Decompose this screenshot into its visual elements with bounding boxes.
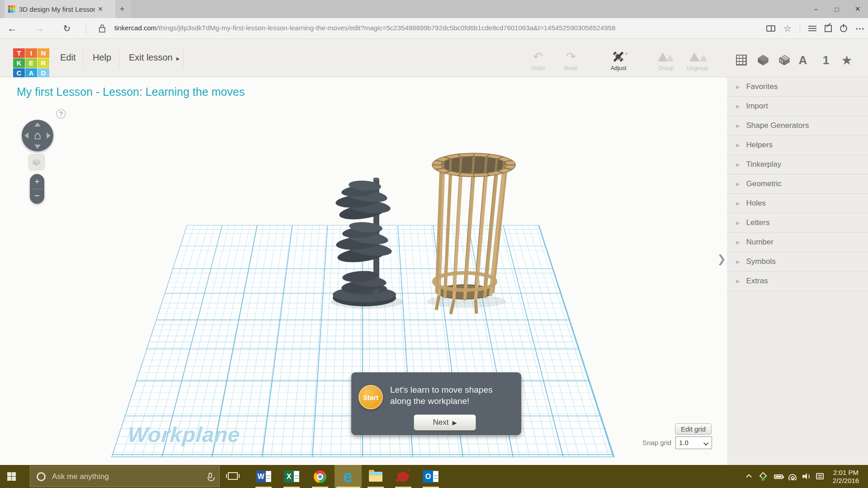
solid-cube-icon[interactable] bbox=[755, 52, 771, 68]
new-tab-button[interactable]: + bbox=[117, 4, 127, 14]
rotate-down-icon[interactable] bbox=[34, 145, 41, 149]
sidebar-item-letters[interactable]: ▶Letters bbox=[727, 213, 868, 233]
start-button[interactable] bbox=[7, 472, 16, 481]
hole-cube-icon[interactable] bbox=[776, 52, 793, 68]
next-button-label: Next bbox=[433, 418, 449, 427]
battery-icon[interactable] bbox=[774, 474, 783, 479]
sidebar-item-label: Number bbox=[746, 238, 773, 247]
redo-button[interactable]: ↷ Redo bbox=[557, 50, 585, 71]
reading-view-icon[interactable] bbox=[766, 25, 775, 32]
ink-splat-icon bbox=[396, 470, 410, 483]
web-note-icon[interactable] bbox=[825, 25, 832, 32]
sidebar-collapse-chevron[interactable]: ❯ bbox=[716, 245, 727, 272]
tinkercad-header: T I N K E R C A D Edit Help Exit lesson►… bbox=[0, 39, 868, 77]
share-icon[interactable] bbox=[840, 25, 847, 32]
shapes-grid-icon[interactable] bbox=[733, 52, 750, 68]
volume-icon[interactable] bbox=[802, 473, 811, 480]
logo-tile: E bbox=[25, 58, 37, 68]
menu-help[interactable]: Help bbox=[93, 52, 111, 63]
sidebar-item-holes[interactable]: ▶Holes bbox=[727, 194, 868, 213]
wifi-icon[interactable] bbox=[788, 474, 798, 480]
excel-icon: X bbox=[284, 470, 299, 483]
snap-grid-select[interactable]: 1.0 bbox=[675, 436, 712, 449]
ungroup-button[interactable]: Ungroup bbox=[683, 50, 712, 71]
sidebar-item-shape-generators[interactable]: ▶Shape Generators bbox=[727, 116, 868, 136]
expand-arrow-icon: ▶ bbox=[736, 220, 740, 226]
menu-exit-lesson[interactable]: Exit lesson► bbox=[129, 52, 181, 63]
sidebar-item-helpers[interactable]: ▶Helpers bbox=[727, 136, 868, 155]
taskbar-outlook[interactable]: O bbox=[419, 465, 443, 488]
sidebar-item-import[interactable]: ▶Import bbox=[727, 97, 868, 116]
address-bar: ← → ↻ tinkercad.com/things/j8p3sdkTdMg-m… bbox=[0, 18, 868, 39]
taskbar-excel[interactable]: X bbox=[280, 465, 303, 488]
excel-letter: X bbox=[284, 470, 294, 483]
taskbar-clock[interactable]: 2:01 PM 2/2/2016 bbox=[827, 469, 864, 485]
taskbar-edge[interactable]: e bbox=[336, 465, 360, 488]
browser-tab-bar: 3D design My first Lesson ✕ + − □ ✕ bbox=[0, 0, 868, 18]
microphone-icon[interactable] bbox=[208, 473, 212, 478]
sidebar-item-label: Tinkerplay bbox=[746, 160, 781, 169]
adjust-icon: ▾ bbox=[611, 50, 626, 63]
undo-button[interactable]: ↶ Undo bbox=[524, 50, 552, 71]
zoom-out-button[interactable]: − bbox=[30, 189, 44, 203]
taskbar-word[interactable]: W bbox=[252, 465, 275, 488]
tab-bar-empty-area bbox=[131, 0, 868, 18]
exit-arrow-icon: ► bbox=[175, 56, 181, 62]
tooltip-message: Let's learn to move shapes along the wor… bbox=[390, 384, 513, 407]
browser-tab[interactable]: 3D design My first Lesson ✕ bbox=[5, 0, 115, 18]
add-favorite-icon[interactable]: ☆ bbox=[783, 24, 792, 33]
tray-expand-icon[interactable] bbox=[746, 474, 752, 480]
edit-grid-button[interactable]: Edit grid bbox=[675, 423, 712, 435]
redo-label: Redo bbox=[557, 65, 585, 71]
sidebar-item-favorites[interactable]: ▶Favorites bbox=[727, 77, 868, 97]
sidebar-item-tinkerplay[interactable]: ▶Tinkerplay bbox=[727, 155, 868, 174]
tab-close-icon[interactable]: ✕ bbox=[98, 5, 103, 13]
sidebar-item-symbols[interactable]: ▶Symbols bbox=[727, 252, 868, 272]
home-view-icon[interactable]: ⌂ bbox=[22, 128, 53, 142]
snap-grid-value: 1.0 bbox=[679, 439, 689, 446]
help-button[interactable]: ? bbox=[56, 109, 66, 119]
adjust-button[interactable]: ▾ Adjust bbox=[604, 50, 633, 71]
favorites-panel-icon[interactable]: ★ bbox=[839, 52, 855, 68]
more-actions-icon[interactable]: ⋯ bbox=[855, 23, 864, 34]
taskbar-ink-app[interactable] bbox=[392, 465, 415, 488]
view-navigation-gizmo[interactable]: ⌂ bbox=[22, 120, 53, 151]
close-window-button[interactable]: ✕ bbox=[847, 0, 868, 18]
redo-icon: ↷ bbox=[566, 51, 576, 62]
next-button[interactable]: Next ▶ bbox=[414, 414, 476, 431]
action-center-icon[interactable] bbox=[816, 473, 824, 479]
logo-tile: D bbox=[38, 68, 49, 78]
menu-edit[interactable]: Edit bbox=[60, 52, 75, 63]
lock-icon bbox=[99, 24, 106, 33]
hub-icon[interactable] bbox=[808, 26, 816, 31]
view-cube-button[interactable] bbox=[28, 154, 45, 170]
url-field[interactable]: tinkercad.com/things/j8p3sdkTdMg-my-firs… bbox=[114, 24, 716, 32]
cortana-search-box[interactable]: Ask me anything bbox=[30, 466, 220, 487]
adjust-caret-icon: ▾ bbox=[625, 51, 627, 56]
logo-tile: A bbox=[25, 68, 37, 78]
dropbox-tray-icon[interactable] bbox=[760, 472, 767, 480]
expand-arrow-icon: ▶ bbox=[736, 181, 740, 187]
taskbar-chrome[interactable] bbox=[308, 465, 332, 488]
maximize-button[interactable]: □ bbox=[826, 0, 847, 18]
letters-panel-icon[interactable]: A bbox=[795, 52, 811, 68]
workplane-watermark: Workplane bbox=[127, 422, 241, 447]
taskbar-file-explorer[interactable] bbox=[364, 465, 387, 488]
minimize-button[interactable]: − bbox=[806, 0, 826, 18]
3d-viewport[interactable]: Workplane bbox=[0, 77, 722, 465]
rotate-up-icon[interactable] bbox=[34, 122, 41, 127]
sidebar-item-geometric[interactable]: ▶Geometric bbox=[727, 174, 868, 194]
tinkercad-logo[interactable]: T I N K E R C A D bbox=[13, 48, 49, 78]
tinkercad-favicon bbox=[8, 5, 15, 13]
group-button[interactable]: Group bbox=[651, 50, 680, 71]
refresh-button[interactable]: ↻ bbox=[60, 22, 74, 35]
back-button[interactable]: ← bbox=[5, 22, 19, 35]
zoom-in-button[interactable]: + bbox=[30, 175, 44, 188]
word-letter: W bbox=[256, 470, 266, 483]
numbers-panel-icon[interactable]: 1 bbox=[818, 52, 834, 68]
sidebar-item-extras[interactable]: ▶Extras bbox=[727, 272, 868, 291]
edge-icon: e bbox=[344, 469, 353, 485]
task-view-button[interactable] bbox=[228, 472, 238, 480]
sidebar-item-number[interactable]: ▶Number bbox=[727, 233, 868, 252]
page-title: My first Lesson - Lesson: Learning the m… bbox=[17, 85, 245, 99]
